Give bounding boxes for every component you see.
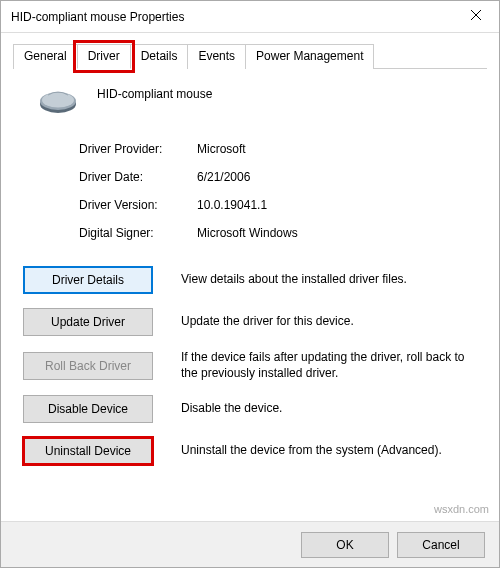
watermark: wsxdn.com bbox=[434, 503, 489, 515]
signer-value: Microsoft Windows bbox=[197, 226, 477, 240]
signer-label: Digital Signer: bbox=[79, 226, 197, 240]
tab-events[interactable]: Events bbox=[187, 44, 246, 69]
date-value: 6/21/2006 bbox=[197, 170, 477, 184]
action-row-rollback: Roll Back Driver If the device fails aft… bbox=[23, 350, 477, 381]
close-icon bbox=[470, 9, 482, 24]
tab-driver[interactable]: Driver bbox=[77, 44, 131, 69]
roll-back-driver-button: Roll Back Driver bbox=[23, 352, 153, 380]
uninstall-device-button[interactable]: Uninstall Device bbox=[23, 437, 153, 465]
action-row-update: Update Driver Update the driver for this… bbox=[23, 308, 477, 336]
action-row-uninstall: Uninstall Device Uninstall the device fr… bbox=[23, 437, 477, 465]
disable-device-desc: Disable the device. bbox=[181, 401, 477, 417]
device-name: HID-compliant mouse bbox=[97, 87, 212, 101]
update-driver-button[interactable]: Update Driver bbox=[23, 308, 153, 336]
window-title: HID-compliant mouse Properties bbox=[11, 10, 184, 24]
svg-point-4 bbox=[42, 93, 74, 108]
tab-details[interactable]: Details bbox=[130, 44, 189, 69]
cancel-button[interactable]: Cancel bbox=[397, 532, 485, 558]
ok-button[interactable]: OK bbox=[301, 532, 389, 558]
device-header: HID-compliant mouse bbox=[37, 87, 477, 118]
driver-details-desc: View details about the installed driver … bbox=[181, 272, 477, 288]
uninstall-device-desc: Uninstall the device from the system (Ad… bbox=[181, 443, 477, 459]
provider-label: Driver Provider: bbox=[79, 142, 197, 156]
driver-info: Driver Provider: Microsoft Driver Date: … bbox=[79, 142, 477, 240]
driver-details-button[interactable]: Driver Details bbox=[23, 266, 153, 294]
tab-strip: General Driver Details Events Power Mana… bbox=[13, 43, 487, 69]
version-value: 10.0.19041.1 bbox=[197, 198, 477, 212]
tab-content: HID-compliant mouse Driver Provider: Mic… bbox=[1, 69, 499, 465]
action-row-details: Driver Details View details about the in… bbox=[23, 266, 477, 294]
update-driver-desc: Update the driver for this device. bbox=[181, 314, 477, 330]
provider-value: Microsoft bbox=[197, 142, 477, 156]
action-row-disable: Disable Device Disable the device. bbox=[23, 395, 477, 423]
mouse-icon bbox=[37, 87, 79, 118]
close-button[interactable] bbox=[453, 1, 499, 33]
titlebar: HID-compliant mouse Properties bbox=[1, 1, 499, 33]
version-label: Driver Version: bbox=[79, 198, 197, 212]
dialog-footer: OK Cancel bbox=[1, 521, 499, 567]
roll-back-driver-desc: If the device fails after updating the d… bbox=[181, 350, 477, 381]
tab-general[interactable]: General bbox=[13, 44, 78, 69]
tab-power-management[interactable]: Power Management bbox=[245, 44, 374, 69]
date-label: Driver Date: bbox=[79, 170, 197, 184]
disable-device-button[interactable]: Disable Device bbox=[23, 395, 153, 423]
